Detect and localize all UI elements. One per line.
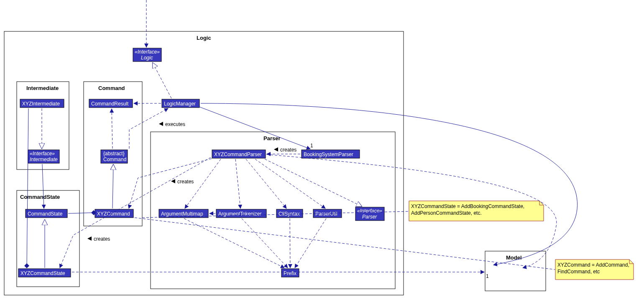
logicmanager-label: LogicManager: [164, 101, 196, 107]
intermediate-if-stereo: «Interface»: [30, 151, 55, 157]
note-xyzcommandstate: XYZCommandState = AddBookingCommandState…: [409, 201, 544, 221]
clisyntax-label: CliSyntax: [279, 211, 300, 217]
edge-command-logicmanager: [129, 108, 168, 149]
argumenttokenizer-label: ArgumentTokenizer: [218, 211, 261, 217]
abstract-name: Command: [103, 157, 126, 162]
xyzcommandstate-label: XYZCommandState: [20, 270, 65, 276]
creates2-label: creates: [177, 179, 194, 185]
edge-argmultimap-prefix: [184, 218, 284, 268]
edge-logicmanager-model: [201, 103, 578, 265]
commandstate-label: CommandState: [28, 211, 63, 217]
intermediate-if-name: Intermediate: [30, 157, 58, 162]
edge-note2-xyzcommand: [135, 218, 555, 270]
note2-l1: XYZCommand = AddCommand,: [557, 262, 629, 268]
note1-l1: XYZCommandState = AddBookingCommandState…: [411, 203, 524, 209]
edge-commandstate-xyzcommand: [68, 213, 96, 213]
edge-xyzparser-parserutil: [255, 159, 325, 208]
prefix-label: Prefix: [284, 270, 296, 276]
abstract-stereo: {abstract}: [103, 151, 125, 157]
pkg-intermediate-label: Intermediate: [26, 85, 59, 91]
parser-if-stereo: «Interface»: [357, 208, 382, 214]
edge-argtokenizer-prefix: [242, 218, 288, 268]
pkg-model-label: Model: [506, 254, 522, 261]
pkg-commandstate-label: CommandState: [20, 194, 60, 200]
note2-l2: FindCommand, etc: [557, 269, 600, 275]
creates3-label: creates: [94, 236, 110, 242]
edge-logicmanager-booking: [199, 107, 310, 149]
bookingsystemparser-label: BookingSystemParser: [304, 152, 353, 157]
edge-xyzcommand-command: [112, 164, 113, 208]
pkg-command-label: Command: [98, 85, 125, 91]
note-xyzcommand: XYZCommand = AddCommand, FindCommand, et…: [555, 259, 634, 280]
edge-logicmanager-logic: [153, 63, 171, 98]
logic-if-stereo: «Interface»: [135, 49, 160, 55]
argumentmultimap-label: ArgumentMultimap: [161, 211, 203, 217]
edge-xyzparser-argtokenizer: [235, 159, 240, 208]
xyzcommand-label: XYZCommand: [97, 211, 130, 217]
edge-parserutil-prefix: [295, 218, 326, 268]
uml-diagram: Logic Intermediate Command CommandState …: [0, 0, 644, 298]
edge-xyzparser-xyzcommand: [129, 159, 212, 208]
note1-l2: AddPersonCommandState, etc.: [411, 210, 482, 216]
pkg-parser-label: Parser: [263, 135, 280, 141]
commandresult-label: CommandResult: [91, 101, 129, 107]
parserutil-label: ParserUtil: [315, 211, 337, 217]
edge-xyzintermediate-xyzcommandstate: [27, 108, 28, 268]
xyzcommandparser-label: XYZCommandParser: [214, 152, 262, 157]
edge-clisyntax-prefix: [290, 218, 290, 268]
parser-if-name: Parser: [362, 214, 377, 220]
xyzintermediate-label: XYZIntermediate: [22, 101, 60, 107]
creates1-label: creates: [280, 147, 296, 153]
logic-if-name: Logic: [141, 55, 153, 61]
one-b-label: 1: [486, 273, 489, 279]
executes-label: executes: [165, 121, 185, 127]
edge-intermediateif-commandstate: [42, 164, 44, 208]
pkg-logic: [4, 31, 404, 295]
one-a-label: 1: [310, 143, 313, 149]
pkg-logic-label: Logic: [197, 35, 211, 41]
edge-xyzparser-parserif: [265, 159, 362, 206]
edge-command-commandresult: [112, 109, 112, 149]
